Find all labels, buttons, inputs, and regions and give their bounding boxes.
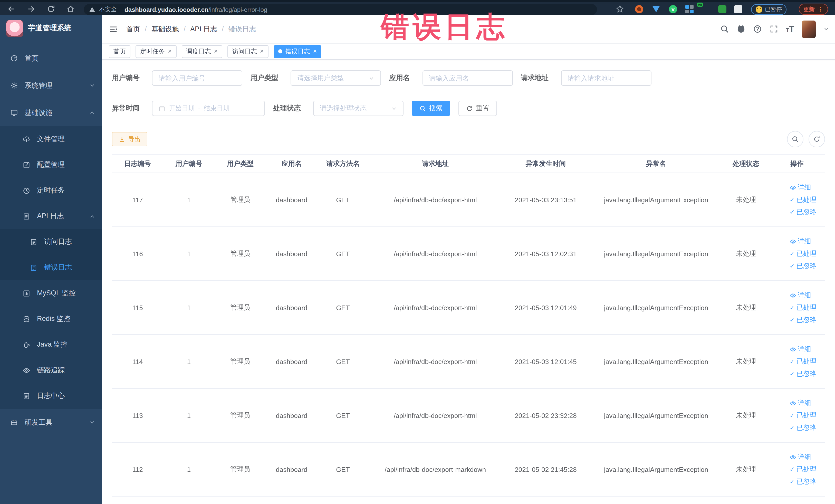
sidebar-item-scheduled-tasks[interactable]: 定时任务	[0, 178, 102, 203]
forward-icon[interactable]	[27, 5, 36, 13]
user-menu-caret-icon[interactable]	[823, 26, 829, 32]
help-icon[interactable]	[753, 25, 762, 33]
avatar[interactable]	[802, 20, 816, 38]
tab-access-logs[interactable]: 访问日志×	[227, 45, 268, 58]
breadcrumb-home[interactable]: 首页	[126, 24, 140, 34]
app-frame: 芋道管理系统 首页 系统管理 基础设施	[0, 15, 835, 504]
sidebar-item-log-center[interactable]: 日志中心	[0, 383, 102, 409]
sidebar-item-api-logs[interactable]: API 日志	[0, 203, 102, 229]
paused-profile-chip[interactable]: 已暂停	[751, 4, 787, 15]
refresh-table-button[interactable]	[809, 131, 825, 147]
close-icon[interactable]: ×	[313, 49, 317, 54]
reset-button[interactable]: 重置	[459, 101, 497, 116]
search-button[interactable]: 搜索	[412, 101, 450, 116]
close-icon[interactable]: ×	[168, 49, 172, 54]
sidebar-item-infrastructure[interactable]: 基础设施	[0, 99, 102, 126]
address-bar[interactable]: 不安全 dashboard.yudao.iocoder.cn/infra/log…	[84, 4, 597, 15]
request-url-input[interactable]	[561, 70, 651, 86]
orange-extension-icon[interactable]	[635, 5, 643, 13]
tab-scheduled-tasks[interactable]: 定时任务×	[136, 45, 176, 58]
cell-app-name: dashboard	[266, 196, 317, 204]
mark-processed-link[interactable]: ✓已处理	[790, 303, 816, 312]
page-url[interactable]: dashboard.yudao.iocoder.cn/infra/log/api…	[124, 6, 267, 13]
mark-processed-link[interactable]: ✓已处理	[790, 357, 816, 366]
sidebar-item-file-management[interactable]: 文件管理	[0, 126, 102, 152]
breadcrumb-api-logs[interactable]: API 日志	[190, 24, 217, 34]
tab-home[interactable]: 首页	[109, 45, 130, 58]
sidebar-item-access-logs[interactable]: 访问日志	[0, 229, 102, 255]
mark-processed-link[interactable]: ✓已处理	[790, 249, 816, 258]
detail-link[interactable]: 详细	[790, 452, 811, 462]
column-header: 请求方法名	[317, 159, 369, 168]
sidebar-item-java-monitor[interactable]: Java 监控	[0, 332, 102, 357]
back-icon[interactable]	[7, 5, 16, 13]
mark-ignored-link[interactable]: ✓已忽略	[790, 477, 816, 486]
user-type-select[interactable]: 请选择用户类型	[290, 70, 381, 86]
detail-link[interactable]: 详细	[790, 291, 811, 300]
github-icon[interactable]	[737, 25, 746, 33]
cell-user-type: 管理员	[215, 195, 266, 204]
detail-link[interactable]: 详细	[790, 183, 811, 192]
app-name-input[interactable]	[422, 70, 513, 86]
mark-ignored-link[interactable]: ✓已忽略	[790, 315, 816, 324]
sidebar-item-system-management[interactable]: 系统管理	[0, 72, 102, 99]
sidebar-item-redis-monitor[interactable]: Redis 监控	[0, 306, 102, 332]
close-icon[interactable]: ×	[214, 49, 218, 54]
mark-ignored-link[interactable]: ✓已忽略	[790, 207, 816, 217]
sidebar-item-dev-tools[interactable]: 研发工具	[0, 409, 102, 436]
extensions-puzzle-icon[interactable]	[734, 5, 742, 13]
filter-row-2: 异常时间 开始日期 - 结束日期 处理状态 请选择处理状态	[112, 101, 825, 116]
browser-menu-icon[interactable]: ⋮	[818, 7, 823, 11]
bookmark-star-icon[interactable]	[615, 5, 624, 13]
breadcrumb-infrastructure[interactable]: 基础设施	[151, 24, 179, 34]
check-icon: ✓	[790, 209, 795, 215]
mark-ignored-link[interactable]: ✓已忽略	[790, 261, 816, 270]
cell-app-name: dashboard	[266, 465, 317, 473]
mark-ignored-link[interactable]: ✓已忽略	[790, 423, 816, 432]
tab-error-logs[interactable]: 错误日志×	[273, 45, 322, 58]
browser-update-button[interactable]: 更新 ⋮	[799, 4, 828, 15]
exception-time-range-picker[interactable]: 开始日期 - 结束日期	[152, 101, 265, 116]
detail-link[interactable]: 详细	[790, 345, 811, 354]
close-icon[interactable]: ×	[260, 49, 264, 54]
sidebar-item-config-management[interactable]: 配置管理	[0, 152, 102, 178]
cell-exception-time: 2021-05-02 21:45:28	[502, 465, 589, 473]
export-button[interactable]: 导出	[112, 132, 147, 146]
app-logo[interactable]: 芋道管理系统	[0, 16, 102, 41]
leaf-extension-icon[interactable]	[718, 5, 727, 13]
fullscreen-icon[interactable]	[770, 25, 778, 33]
vue-devtools-icon[interactable]: V	[669, 5, 677, 13]
edit-icon	[23, 161, 30, 169]
sidebar-item-home[interactable]: 首页	[0, 45, 102, 72]
process-status-select[interactable]: 请选择处理状态	[313, 101, 404, 116]
mark-processed-link[interactable]: ✓已处理	[790, 195, 816, 204]
user-id-input[interactable]	[152, 70, 242, 86]
reload-icon[interactable]	[47, 5, 56, 13]
mark-processed-link[interactable]: ✓已处理	[790, 465, 816, 474]
hamburger-menu-icon[interactable]	[109, 24, 118, 34]
shield-extension-icon[interactable]	[652, 6, 660, 12]
tab-schedule-logs[interactable]: 调度日志×	[182, 45, 222, 58]
toggle-search-button[interactable]	[787, 131, 803, 147]
cell-log-id: 117	[112, 196, 163, 204]
home-icon[interactable]	[66, 5, 75, 13]
detail-link[interactable]: 详细	[790, 237, 811, 246]
table-header-row: 日志编号 用户编号 用户类型 应用名 请求方法名 请求地址 异常发生时间 异常名…	[112, 155, 825, 173]
not-secure-warning-icon[interactable]	[89, 6, 96, 13]
cell-request-url: /api/infra/db-doc/export-html	[369, 304, 502, 311]
font-size-icon[interactable]: TT	[786, 25, 794, 33]
sidebar-item-mysql-monitor[interactable]: MySQL 监控	[0, 280, 102, 306]
search-icon[interactable]	[720, 25, 729, 33]
cell-app-name: dashboard	[266, 250, 317, 258]
mark-ignored-link[interactable]: ✓已忽略	[790, 369, 816, 379]
monitor-icon	[10, 109, 18, 117]
sidebar: 芋道管理系统 首页 系统管理 基础设施	[0, 15, 102, 504]
cell-app-name: dashboard	[266, 304, 317, 311]
mark-processed-link[interactable]: ✓已处理	[790, 411, 816, 420]
grid-extension-icon[interactable]	[685, 5, 694, 13]
sidebar-item-error-logs[interactable]: 错误日志	[0, 255, 102, 280]
database-icon	[23, 315, 30, 323]
sidebar-item-trace[interactable]: 链路追踪	[0, 357, 102, 383]
detail-link[interactable]: 详细	[790, 399, 811, 408]
cloud-upload-icon	[23, 135, 30, 143]
